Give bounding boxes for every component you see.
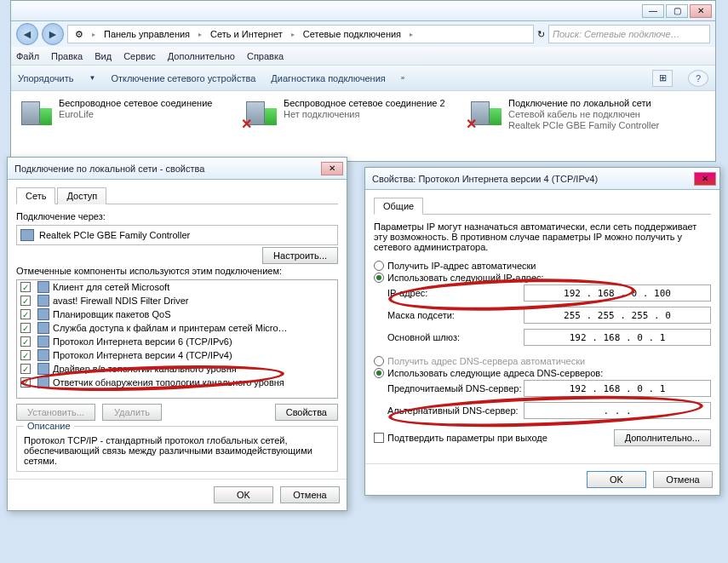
radio-auto-dns: Получить адрес DNS-сервера автоматически — [374, 356, 711, 366]
ip-input[interactable]: 192 . 168 . 0 . 100 — [524, 284, 711, 302]
menu-tools[interactable]: Сервис — [123, 51, 156, 61]
advanced-button[interactable]: Дополнительно... — [614, 429, 711, 446]
description-group: Описание Протокол TCP/IP - стандартный п… — [16, 426, 338, 472]
help-icon[interactable]: ? — [688, 70, 708, 87]
disabled-x-icon: ✕ — [241, 116, 252, 132]
close-button[interactable]: ✕ — [690, 4, 712, 18]
list-item-ipv4[interactable]: Протокол Интернета версии 4 (TCP/IPv4) — [53, 350, 232, 360]
menu-adv[interactable]: Дополнительно — [168, 51, 235, 61]
conn-name: Беспроводное сетевое соединение — [59, 98, 212, 108]
crumb-net[interactable]: Сеть и Интернет — [207, 29, 286, 39]
adapter-name: Realtek PCIe GBE Family Controller — [39, 230, 190, 240]
forward-button[interactable]: ► — [42, 23, 64, 45]
list-item[interactable]: Служба доступа к файлам и принтерам сете… — [53, 323, 288, 333]
nic-icon — [20, 98, 54, 129]
conn-via-label: Подключение через: — [16, 211, 338, 221]
list-item[interactable]: Драйвер в/в топологии канального уровня — [53, 364, 237, 374]
radio-manual-dns[interactable]: Использовать следующие адреса DNS-сервер… — [374, 368, 711, 378]
conn-lan[interactable]: ✕ Подключение по локальной сети Сетевой … — [469, 98, 674, 131]
list-item[interactable]: Ответчик обнаружения топологии канальног… — [53, 377, 284, 388]
list-item[interactable]: Планировщик пакетов QoS — [53, 309, 171, 319]
ip-label: IP-адрес: — [387, 288, 524, 298]
conn-wifi2[interactable]: ✕ Беспроводное сетевое соединение 2 Нет … — [244, 98, 449, 131]
list-item[interactable]: avast! Firewall NDIS Filter Driver — [53, 296, 189, 306]
breadcrumb[interactable]: ⚙ ▸ Панель управления▸ Сеть и Интернет▸ … — [67, 25, 534, 43]
lan-properties-dialog: Подключение по локальной сети - свойства… — [7, 157, 347, 511]
tab-sharing[interactable]: Доступ — [57, 187, 106, 204]
gateway-label: Основной шлюз: — [387, 332, 524, 342]
ipv4-properties-dialog: Свойства: Протокол Интернета версии 4 (T… — [364, 167, 720, 496]
dns2-label: Альтернативный DNS-сервер: — [387, 405, 524, 416]
radio-label: Использовать следующий IP-адрес: — [387, 273, 544, 283]
conn-name: Подключение по локальной сети — [508, 98, 651, 108]
gateway-input[interactable]: 192 . 168 . 0 . 1 — [524, 329, 711, 346]
mask-input[interactable]: 255 . 255 . 255 . 0 — [524, 307, 711, 324]
ok-button[interactable]: OK — [214, 486, 273, 503]
search-input[interactable]: Поиск: Сетевые подключе… — [548, 25, 710, 43]
ok-button[interactable]: OK — [587, 471, 646, 488]
menu-file[interactable]: Файл — [16, 51, 39, 61]
nic-small-icon — [20, 229, 34, 241]
menu-view[interactable]: Вид — [95, 51, 112, 61]
intro-text: Параметры IP могут назначаться автоматич… — [374, 221, 711, 252]
menu-bar: Файл Правка Вид Сервис Дополнительно Спр… — [11, 47, 715, 66]
cmd-disable[interactable]: Отключение сетевого устройства — [111, 73, 255, 83]
properties-button[interactable]: Свойства — [275, 404, 338, 421]
adapter-box: Realtek PCIe GBE Family Controller — [16, 225, 338, 245]
dialog-title: Свойства: Протокол Интернета версии 4 (T… — [365, 174, 692, 184]
command-bar: Упорядочить▼ Отключение сетевого устройс… — [11, 66, 715, 91]
conn-adapter: Realtek PCIe GBE Family Controller — [508, 120, 659, 130]
cancel-button[interactable]: Отмена — [280, 486, 340, 503]
dlg-close-button[interactable]: ✕ — [321, 162, 343, 175]
list-item[interactable]: Протокол Интернета версии 6 (TCP/IPv6) — [53, 336, 232, 347]
mask-label: Маска подсети: — [387, 310, 524, 320]
menu-edit[interactable]: Правка — [51, 51, 83, 61]
dns2-input[interactable]: . . . — [524, 402, 711, 419]
radio-label: Получить адрес DNS-сервера автоматически — [387, 356, 585, 366]
network-connections-window: — ▢ ✕ ◄ ► ⚙ ▸ Панель управления▸ Сеть и … — [10, 0, 716, 162]
dlg-close-button[interactable]: ✕ — [694, 172, 716, 186]
disconnected-x-icon: ✕ — [466, 116, 477, 132]
refresh-button[interactable]: ↻ — [537, 29, 545, 40]
radio-label: Получить IP-адрес автоматически — [387, 261, 536, 271]
ctrl-panel-icon: ⚙ — [72, 29, 87, 40]
configure-button[interactable]: Настроить... — [262, 247, 338, 264]
crumb-cp[interactable]: Панель управления — [100, 29, 193, 39]
minimize-button[interactable]: — — [642, 4, 664, 18]
install-button[interactable]: Установить... — [16, 404, 95, 421]
description-text: Протокол TCP/IP - стандартный протокол г… — [24, 435, 330, 466]
view-button[interactable]: ⊞ — [652, 70, 673, 87]
dns1-input[interactable]: 192 . 168 . 0 . 1 — [524, 380, 711, 397]
confirm-label: Подтвердить параметры при выходе — [387, 433, 547, 443]
crumb-conns[interactable]: Сетевые подключения — [300, 29, 404, 39]
nic-icon: ✕ — [469, 98, 503, 129]
confirm-checkbox[interactable] — [374, 433, 384, 443]
dialog-title: Подключение по локальной сети - свойства — [8, 164, 319, 174]
list-item[interactable]: Клиент для сетей Microsoft — [53, 282, 169, 292]
conn-status: Сетевой кабель не подключен — [508, 109, 640, 119]
radio-label: Использовать следующие адреса DNS-сервер… — [387, 368, 603, 378]
conn-status: Нет подключения — [284, 109, 359, 119]
menu-help[interactable]: Справка — [247, 51, 284, 61]
conn-name: Беспроводное сетевое соединение 2 — [284, 98, 445, 108]
remove-button[interactable]: Удалить — [102, 404, 162, 421]
tab-network[interactable]: Сеть — [16, 187, 55, 204]
tabs: Сеть Доступ — [16, 187, 338, 204]
conn-adapter: EuroLife — [59, 109, 94, 119]
back-button[interactable]: ◄ — [16, 23, 38, 45]
components-label: Отмеченные компоненты используются этим … — [16, 266, 338, 276]
connections-pane: Беспроводное сетевое соединение EuroLife… — [11, 91, 715, 138]
radio-manual-ip[interactable]: Использовать следующий IP-адрес: — [374, 273, 711, 283]
titlebar-main: — ▢ ✕ — [11, 1, 715, 21]
conn-wifi1[interactable]: Беспроводное сетевое соединение EuroLife — [20, 98, 224, 131]
description-heading: Описание — [24, 421, 74, 431]
components-list[interactable]: Клиент для сетей Microsoft avast! Firewa… — [16, 279, 338, 399]
radio-auto-ip[interactable]: Получить IP-адрес автоматически — [374, 261, 711, 271]
cancel-button[interactable]: Отмена — [653, 471, 713, 488]
cmd-organize[interactable]: Упорядочить — [18, 73, 73, 83]
maximize-button[interactable]: ▢ — [666, 4, 688, 18]
dns1-label: Предпочитаемый DNS-сервер: — [387, 383, 524, 394]
nic-icon: ✕ — [244, 98, 278, 129]
cmd-diag[interactable]: Диагностика подключения — [271, 73, 385, 83]
tab-general[interactable]: Общие — [374, 198, 423, 215]
